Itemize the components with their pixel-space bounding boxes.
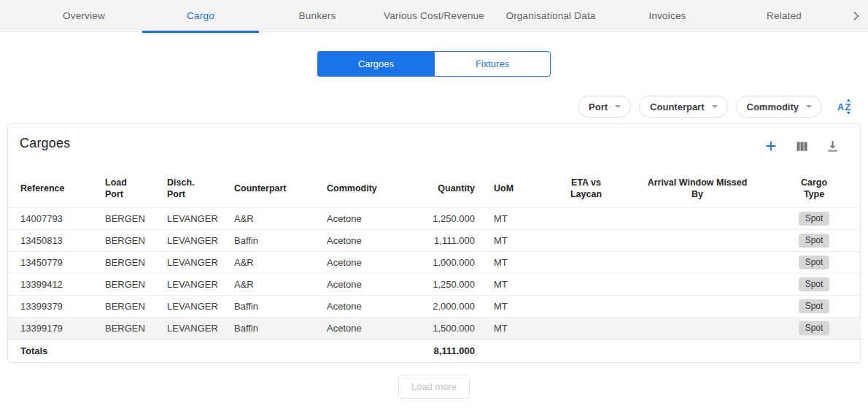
nav-tab-organisational-data[interactable]: Organisational Data bbox=[492, 0, 609, 31]
cell-disch-port: LEVANGER bbox=[167, 252, 234, 274]
nav-tabs: OverviewCargoBunkersVarious Cost/Revenue… bbox=[26, 0, 842, 31]
sort-alphabetical-button[interactable]: A Z bbox=[836, 97, 855, 116]
add-cargo-button[interactable] bbox=[762, 137, 780, 155]
chevron-down-icon bbox=[806, 105, 812, 108]
column-header-arrival-window-missed-by[interactable]: Arrival Window MissedBy bbox=[628, 169, 767, 208]
totals-counterpart bbox=[234, 340, 327, 362]
cargo-type-badge: Spot bbox=[799, 277, 830, 291]
nav-tab-bunkers[interactable]: Bunkers bbox=[259, 0, 376, 31]
column-settings-button[interactable] bbox=[793, 137, 810, 155]
column-header-reference[interactable]: Reference bbox=[8, 169, 105, 208]
totals-uom bbox=[475, 340, 544, 362]
table-row[interactable]: 14007793BERGENLEVANGERA&RAcetone1,250.00… bbox=[8, 208, 861, 230]
column-header-load-port[interactable]: LoadPort bbox=[105, 169, 167, 208]
cell-cargo-type: Spot bbox=[767, 208, 861, 230]
nav-tab-overview[interactable]: Overview bbox=[26, 0, 142, 31]
filter-chip-label: Commodity bbox=[747, 101, 799, 112]
filter-chip-commodity[interactable]: Commodity bbox=[736, 96, 823, 118]
cell-reference: 13399379 bbox=[8, 296, 105, 318]
column-header-disch-port[interactable]: Disch.Port bbox=[167, 169, 234, 208]
cell-disch-port: LEVANGER bbox=[167, 208, 234, 230]
table-row[interactable]: 13399412BERGENLEVANGERA&RAcetone1,250.00… bbox=[8, 274, 861, 296]
filter-chip-label: Counterpart bbox=[650, 101, 704, 112]
card-header: Cargoes bbox=[8, 124, 860, 169]
column-header-commodity[interactable]: Commodity bbox=[327, 169, 406, 208]
column-header-uom[interactable]: UoM bbox=[475, 169, 544, 208]
cell-quantity: 1,111.000 bbox=[406, 230, 475, 252]
cell-reference: 14007793 bbox=[8, 208, 105, 230]
table-row[interactable]: 13399379BERGENLEVANGERBaffinAcetone2,000… bbox=[8, 296, 861, 318]
cell-eta-vs-laycan bbox=[544, 208, 628, 230]
svg-text:A: A bbox=[837, 102, 844, 112]
cell-arrival-window-missed-by bbox=[628, 274, 767, 296]
column-header-counterpart[interactable]: Counterpart bbox=[234, 169, 327, 208]
cell-load-port: BERGEN bbox=[105, 252, 167, 274]
nav-tab-invoices[interactable]: Invoices bbox=[609, 0, 726, 31]
totals-cargo-type bbox=[767, 340, 861, 362]
table-row[interactable]: 13399179BERGENLEVANGERBaffinAcetone1,500… bbox=[8, 318, 861, 340]
cell-arrival-window-missed-by bbox=[628, 230, 767, 252]
download-button[interactable] bbox=[824, 137, 841, 155]
cell-counterpart: A&R bbox=[234, 274, 327, 296]
nav-overflow-chevron-right-icon[interactable] bbox=[842, 0, 868, 31]
cargo-type-badge: Spot bbox=[799, 299, 830, 313]
view-toggle: CargoesFixtures bbox=[317, 51, 551, 77]
filter-bar: PortCounterpartCommodity A Z bbox=[0, 96, 868, 118]
filter-chip-counterpart[interactable]: Counterpart bbox=[639, 96, 727, 118]
filter-chips: PortCounterpartCommodity bbox=[578, 96, 822, 118]
cell-quantity: 1,500.000 bbox=[406, 318, 475, 340]
cell-load-port: BERGEN bbox=[105, 296, 167, 318]
filter-chip-port[interactable]: Port bbox=[578, 96, 631, 118]
cell-uom: MT bbox=[475, 230, 544, 252]
cell-uom: MT bbox=[475, 296, 544, 318]
cargo-type-badge: Spot bbox=[799, 321, 830, 335]
cell-commodity: Acetone bbox=[327, 208, 406, 230]
cargoes-table: ReferenceLoadPortDisch.PortCounterpartCo… bbox=[8, 169, 861, 362]
nav-tab-various-cost-revenue[interactable]: Various Cost/Revenue bbox=[376, 0, 492, 31]
cell-eta-vs-laycan bbox=[544, 274, 628, 296]
cell-eta-vs-laycan bbox=[544, 230, 628, 252]
cell-disch-port: LEVANGER bbox=[167, 274, 234, 296]
cell-arrival-window-missed-by bbox=[628, 208, 767, 230]
cell-counterpart: Baffin bbox=[234, 230, 327, 252]
cell-load-port: BERGEN bbox=[105, 274, 167, 296]
nav-tab-cargo[interactable]: Cargo bbox=[142, 0, 259, 31]
nav-tab-related[interactable]: Related bbox=[726, 0, 842, 31]
card-actions bbox=[762, 137, 841, 155]
cell-commodity: Acetone bbox=[327, 274, 406, 296]
totals-commodity bbox=[327, 340, 406, 362]
cell-reference: 13399412 bbox=[8, 274, 105, 296]
view-toggle-fixtures[interactable]: Fixtures bbox=[434, 51, 551, 77]
totals-quantity: 8,111.000 bbox=[406, 340, 475, 362]
cargoes-card: Cargoes bbox=[7, 123, 861, 363]
cell-arrival-window-missed-by bbox=[628, 252, 767, 274]
cell-arrival-window-missed-by bbox=[628, 318, 767, 340]
table-header-row: ReferenceLoadPortDisch.PortCounterpartCo… bbox=[8, 169, 861, 208]
sort-alphabetical-icon: A Z bbox=[837, 98, 854, 115]
cell-commodity: Acetone bbox=[327, 318, 406, 340]
chevron-down-icon bbox=[712, 105, 718, 108]
table-row[interactable]: 13450813BERGENLEVANGERBaffinAcetone1,111… bbox=[8, 230, 861, 252]
cell-uom: MT bbox=[475, 208, 544, 230]
download-icon bbox=[825, 139, 840, 154]
column-header-quantity[interactable]: Quantity bbox=[406, 169, 475, 208]
cell-counterpart: Baffin bbox=[234, 318, 327, 340]
cell-counterpart: A&R bbox=[234, 208, 327, 230]
column-header-eta-vs-laycan[interactable]: ETA vsLaycan bbox=[544, 169, 628, 208]
totals-label: Totals bbox=[8, 340, 105, 362]
cell-counterpart: A&R bbox=[234, 252, 327, 274]
cell-cargo-type: Spot bbox=[767, 318, 861, 340]
view-toggle-cargoes[interactable]: Cargoes bbox=[317, 51, 434, 77]
table-row[interactable]: 13450779BERGENLEVANGERA&RAcetone1,000.00… bbox=[8, 252, 861, 274]
chevron-right-icon bbox=[848, 9, 863, 23]
totals-eta-vs-laycan bbox=[544, 340, 628, 362]
load-more-button[interactable]: Load more bbox=[398, 375, 470, 399]
cell-reference: 13399179 bbox=[8, 318, 105, 340]
cell-uom: MT bbox=[475, 274, 544, 296]
column-header-cargo-type[interactable]: CargoType bbox=[767, 169, 861, 208]
svg-text:Z: Z bbox=[845, 102, 851, 112]
cell-quantity: 1,000.000 bbox=[406, 252, 475, 274]
cell-quantity: 1,250.000 bbox=[406, 208, 475, 230]
card-title: Cargoes bbox=[20, 136, 70, 151]
view-toggle-wrap: CargoesFixtures bbox=[0, 51, 868, 77]
